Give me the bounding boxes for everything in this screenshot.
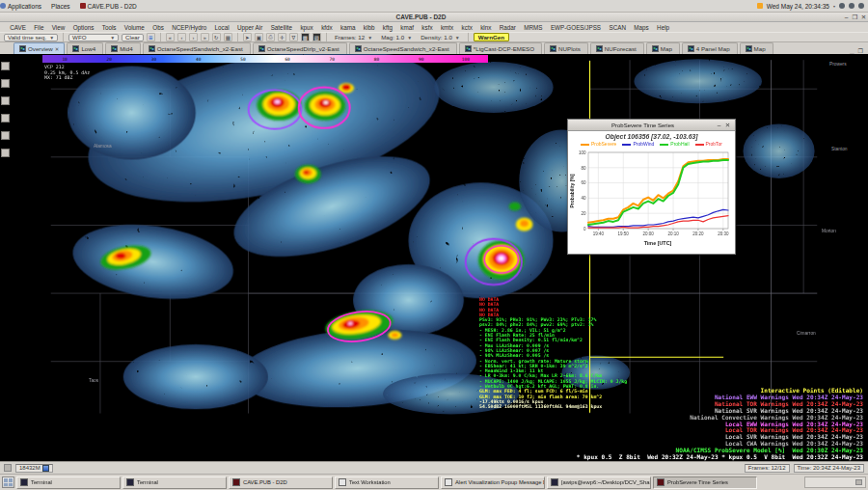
workspace-switcher-icon[interactable] (2, 476, 14, 488)
loop-icon[interactable]: ↻ (212, 33, 221, 41)
view-thumb-icon[interactable] (1, 131, 10, 140)
menu-item[interactable]: kpux (296, 24, 317, 31)
menu-item[interactable]: View (48, 24, 69, 31)
taskbar-window-button[interactable]: Text Workstation (335, 476, 439, 489)
accessibility-icon[interactable] (839, 3, 845, 9)
view-thumb-icon[interactable] (1, 96, 10, 105)
clear-button[interactable]: Clear (122, 34, 144, 41)
menu-item[interactable]: ksfx (418, 24, 437, 31)
probsevere-timeseries-window[interactable]: ProbSevere Time Series – ✕ Object 106356… (567, 119, 736, 255)
image-properties-icon[interactable]: ▦ (224, 33, 232, 41)
active-window-menu[interactable]: CAVE.PUB - D2D (80, 3, 137, 10)
menu-item[interactable]: kama (337, 24, 360, 31)
taskbar-window-button[interactable]: ProbSevere Time Series (653, 476, 757, 489)
menu-item[interactable]: kfdx (317, 24, 337, 31)
popup-titlebar[interactable]: ProbSevere Time Series – ✕ (568, 120, 735, 131)
memory-value: 18432M (19, 465, 41, 471)
volume-icon[interactable] (849, 3, 854, 9)
menu-item[interactable]: kctx (457, 24, 476, 31)
view-thumb-icon[interactable] (1, 149, 10, 157)
clock[interactable]: Wed May 24, 20:34:35 (767, 3, 829, 10)
cave-window-titlebar[interactable]: CAVE.PUB - D2D – ❐ ✕ (0, 13, 868, 22)
taskbar-window-icon (657, 478, 665, 486)
radar-display[interactable]: 102030405060708090100 VCP 2120.25 km, 0.… (0, 54, 868, 461)
taskbar-window-button[interactable]: CAVE.PUB - D2D (229, 476, 333, 489)
tab-close-icon[interactable]: ✕ (55, 46, 60, 52)
product-legend-line[interactable]: * kpux 0.5 Z 8bit Wed 20:32Z 24-May-23 *… (577, 454, 863, 461)
scale-combo[interactable]: WFO▼ (68, 34, 119, 41)
mag-combo[interactable]: Mag: 1.0▼ (378, 34, 415, 41)
baselines-icon[interactable]: ∇ (289, 33, 298, 41)
frames-combo[interactable]: Frames: 12▼ (332, 34, 375, 41)
image-combine-icon[interactable]: ▩ (301, 33, 310, 41)
minimize-view-icon[interactable]: ▁ (850, 47, 854, 54)
notification-icon[interactable] (757, 3, 763, 9)
density-combo[interactable]: Density: 1.0▼ (418, 34, 463, 41)
editor-tab[interactable]: NUForecast (590, 42, 644, 54)
taskbar-window-button[interactable]: Terminal (16, 476, 121, 489)
menu-item[interactable]: klbb (360, 24, 379, 31)
menu-item[interactable]: File (30, 24, 48, 31)
editor-tab[interactable]: *LtgCast-DCP-EMESO (459, 42, 542, 54)
restore-view-icon[interactable]: ❐ (858, 47, 863, 54)
panel-handle-icon[interactable] (4, 464, 12, 472)
popup-minimize-button[interactable]: – (715, 122, 723, 128)
menu-item[interactable]: klnx (476, 24, 496, 31)
menu-item[interactable]: Maps (630, 24, 653, 31)
view-thumb-icon[interactable] (1, 79, 10, 88)
editor-tab[interactable]: OctaneSpeedDirlp_v2-East (253, 42, 347, 54)
taskbar-window-button[interactable]: [awips@ewp6:~/Desktop/DCV_Share] (547, 476, 651, 489)
menu-item[interactable]: SCAN (605, 24, 630, 31)
four-pane-icon[interactable]: ⊞ (147, 33, 155, 41)
view-thumb-icon[interactable] (1, 62, 10, 70)
sample-tool-icon[interactable]: ▣ (255, 33, 263, 41)
power-icon[interactable] (858, 3, 864, 9)
last-frame-icon[interactable]: » (201, 33, 209, 41)
menu-item[interactable]: CAVE (6, 24, 30, 31)
menu-item[interactable]: EWP-GOES/JPSS (547, 24, 606, 31)
tab-label: OctaneSpeedDirlp_v2-East (267, 45, 339, 52)
tray-icon[interactable] (855, 479, 862, 485)
minimize-button[interactable]: – (842, 14, 851, 20)
editor-tab[interactable]: Map (646, 42, 680, 54)
print-icon[interactable]: ⎙ (266, 33, 275, 41)
taskbar-window-button[interactable]: Alert Visualization Popup Message D... (441, 476, 545, 489)
editor-tab[interactable]: Low4 (67, 42, 103, 54)
menu-item[interactable]: kftg (379, 24, 397, 31)
editor-tab[interactable]: Mid4 (105, 42, 140, 54)
warngen-button[interactable]: WarnGen (474, 33, 509, 41)
view-thumb-icon[interactable] (1, 114, 10, 122)
places-menu[interactable]: Places (51, 3, 70, 10)
first-frame-icon[interactable]: « (166, 33, 175, 41)
step-forward-icon[interactable]: › (189, 33, 198, 41)
close-button[interactable]: ✕ (859, 14, 868, 21)
menu-item[interactable]: Obs (149, 24, 168, 31)
menu-item[interactable]: NCEP/Hydro (168, 24, 210, 31)
menu-item[interactable]: Help (653, 24, 673, 31)
menu-item[interactable]: Upper Air (233, 24, 267, 31)
editor-tab[interactable]: Map (740, 42, 773, 54)
menu-item[interactable]: Volume (121, 24, 149, 31)
blend-icon[interactable]: ▨ (312, 33, 321, 41)
distance-tool-icon[interactable]: ✛ (278, 33, 286, 41)
menu-item[interactable]: Radar (496, 24, 521, 31)
pointer-tool-icon[interactable]: ➤ (243, 33, 252, 41)
maximize-button[interactable]: ❐ (851, 14, 859, 21)
editor-tab[interactable]: OctaneSpeedSandwich_x2-East (143, 42, 251, 54)
menu-item[interactable]: Satellite (266, 24, 296, 31)
time-mode-combo[interactable]: Valid time seq.▼ (4, 34, 58, 41)
editor-tab[interactable]: NUPlots (544, 42, 588, 54)
step-back-icon[interactable]: ‹ (177, 33, 186, 41)
menu-item[interactable]: kmtx (437, 24, 458, 31)
menu-item[interactable]: MRMS (520, 24, 547, 31)
taskbar-window-button[interactable]: Terminal (122, 476, 227, 489)
editor-tab[interactable]: Overview✕ (14, 42, 65, 54)
popup-close-button[interactable]: ✕ (723, 122, 732, 129)
applications-menu[interactable]: Applications (0, 3, 41, 10)
menu-item[interactable]: Local (210, 24, 232, 31)
menu-item[interactable]: Tools (98, 24, 121, 31)
editor-tab[interactable]: OctaneSpeedSandwich_x2-East (349, 42, 457, 54)
editor-tab[interactable]: 4 Panel Map (682, 42, 738, 54)
menu-item[interactable]: kmaf (396, 24, 418, 31)
menu-item[interactable]: Options (69, 24, 98, 31)
